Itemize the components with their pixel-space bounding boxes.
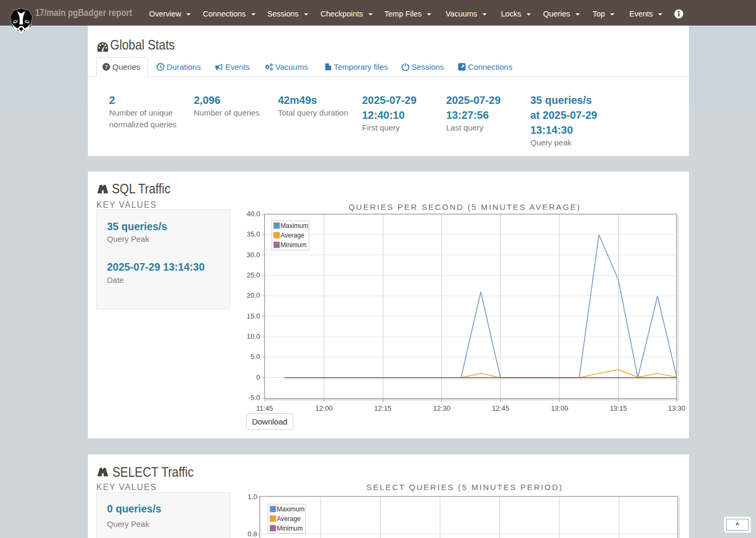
svg-text:-5.0: -5.0 [248,394,260,402]
svg-text:12:00: 12:00 [315,404,333,412]
svg-text:Maximum: Maximum [277,506,305,513]
svg-text:25.0: 25.0 [246,271,260,279]
svg-text:Maximum: Maximum [281,222,308,230]
svg-text:20.0: 20.0 [246,291,260,299]
svg-text:Minimum: Minimum [281,241,307,249]
svg-text:11:45: 11:45 [256,404,273,412]
svg-text:12:15: 12:15 [374,404,392,412]
svg-text:Minimum: Minimum [277,525,303,532]
svg-text:13:00: 13:00 [551,404,569,412]
svg-text:Average: Average [277,515,301,523]
svg-text:12:30: 12:30 [433,404,450,412]
svg-text:Average: Average [281,232,305,239]
svg-text:10.0: 10.0 [246,332,260,340]
svg-text:0: 0 [256,373,260,381]
svg-text:1.0: 1.0 [248,493,257,501]
svg-text:?: ? [105,64,108,70]
svg-text:40.0: 40.0 [246,211,260,218]
svg-text:12:45: 12:45 [492,404,510,412]
svg-text:35.0: 35.0 [246,230,260,238]
svg-text:15.0: 15.0 [246,312,260,320]
svg-text:5.0: 5.0 [250,353,260,361]
svg-text:30.0: 30.0 [246,251,260,259]
svg-text:0.8: 0.8 [248,530,257,538]
svg-text:13:30: 13:30 [668,404,686,412]
svg-text:13:15: 13:15 [610,404,627,412]
